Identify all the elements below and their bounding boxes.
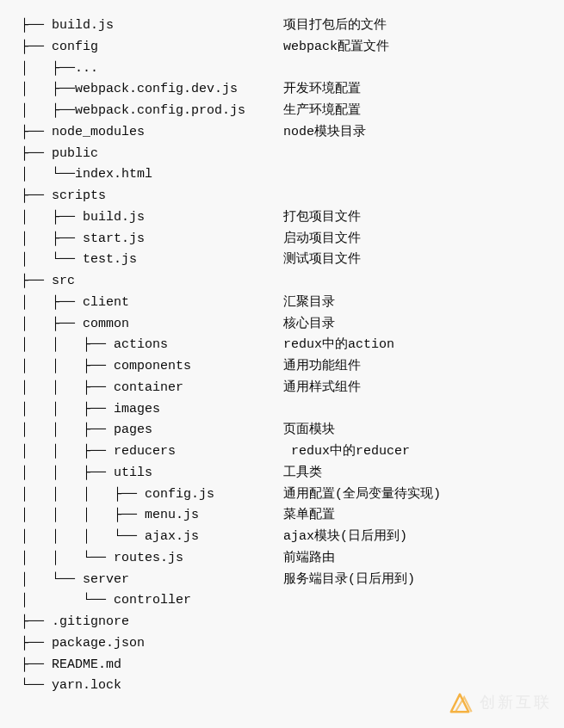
- tree-structure: │ ├──...: [21, 59, 283, 80]
- tree-description: 菜单配置: [283, 505, 335, 527]
- tree-row: │ │ ├── pages页面模块: [21, 420, 564, 441]
- tree-structure: │ │ ├── pages: [21, 420, 283, 441]
- tree-structure: ├── build.js: [21, 15, 283, 37]
- tree-row: │ │ │ ├── menu.js菜单配置: [21, 505, 564, 527]
- tree-structure: │ ├── start.js: [21, 229, 283, 250]
- tree-structure: ├── scripts: [21, 186, 283, 207]
- tree-row: │ │ │ └── ajax.jsajax模块(日后用到): [21, 527, 564, 548]
- tree-row: │ └──index.html: [21, 164, 564, 186]
- tree-structure: │ │ ├── container: [21, 378, 283, 399]
- tree-description: 启动项目文件: [283, 229, 361, 250]
- tree-description: 汇聚目录: [283, 293, 335, 314]
- tree-description: 打包项目文件: [283, 207, 361, 229]
- tree-row: ├── configwebpack配置文件: [21, 37, 564, 59]
- tree-structure: │ │ │ └── ajax.js: [21, 527, 283, 548]
- tree-description: 页面模块: [283, 420, 335, 441]
- tree-structure: │ │ ├── components: [21, 356, 283, 378]
- tree-row: │ │ ├── reducers redux中的reducer: [21, 441, 564, 463]
- tree-row: ├── .gitignore: [21, 612, 564, 633]
- tree-row: │ │ ├── actionsredux中的action: [21, 335, 564, 356]
- tree-row: │ │ │ ├── config.js通用配置(全局变量待实现): [21, 484, 564, 506]
- tree-row: │ │ ├── components通用功能组件: [21, 356, 564, 378]
- tree-structure: │ │ │ ├── config.js: [21, 484, 283, 506]
- tree-row: │ │ ├── container通用样式组件: [21, 378, 564, 399]
- tree-structure: │ └── controller: [21, 590, 283, 612]
- tree-row: │ ├──...: [21, 59, 564, 80]
- tree-description: 通用功能组件: [283, 356, 361, 378]
- tree-row: ├── public: [21, 144, 564, 165]
- watermark-text: 创新互联: [480, 690, 552, 716]
- tree-description: redux中的action: [283, 335, 394, 356]
- tree-description: node模块目录: [283, 122, 366, 144]
- tree-row: │ ├──webpack.config.prod.js生产环境配置: [21, 101, 564, 122]
- tree-row: │ └── test.js测试项目文件: [21, 250, 564, 271]
- tree-structure: ├── config: [21, 37, 283, 59]
- tree-row: │ ├── client汇聚目录: [21, 293, 564, 314]
- tree-structure: │ └── test.js: [21, 250, 283, 271]
- tree-description: 通用配置(全局变量待实现): [283, 484, 441, 506]
- watermark-logo-icon: [445, 688, 474, 718]
- tree-structure: │ │ │ ├── menu.js: [21, 505, 283, 527]
- tree-description: 前端路由: [283, 548, 335, 570]
- tree-description: 服务端目录(日后用到): [283, 570, 415, 591]
- tree-row: ├── node_modulesnode模块目录: [21, 122, 564, 144]
- tree-structure: │ │ ├── images: [21, 399, 283, 421]
- tree-structure: └── yarn.lock: [21, 676, 283, 697]
- tree-description: 核心目录: [283, 314, 335, 336]
- tree-description: redux中的reducer: [283, 441, 410, 463]
- tree-description: webpack配置文件: [283, 37, 389, 59]
- tree-structure: ├── package.json: [21, 633, 283, 655]
- tree-structure: ├── public: [21, 144, 283, 165]
- tree-structure: ├── README.md: [21, 655, 283, 676]
- tree-structure: │ │ ├── actions: [21, 335, 283, 356]
- tree-structure: │ │ ├── reducers: [21, 441, 283, 463]
- tree-row: ├── build.js项目打包后的文件: [21, 15, 564, 37]
- tree-row: │ └── server服务端目录(日后用到): [21, 570, 564, 591]
- tree-row: ├── src: [21, 271, 564, 293]
- watermark: 创新互联: [445, 688, 552, 718]
- tree-structure: │ ├── client: [21, 293, 283, 314]
- tree-row: │ ├──webpack.config.dev.js开发环境配置: [21, 79, 564, 101]
- tree-row: │ │ ├── images: [21, 399, 564, 421]
- tree-description: 开发环境配置: [283, 79, 361, 101]
- tree-description: 通用样式组件: [283, 378, 361, 399]
- tree-description: 项目打包后的文件: [283, 15, 387, 37]
- tree-row: │ ├── build.js打包项目文件: [21, 207, 564, 229]
- tree-structure: │ │ ├── utils: [21, 463, 283, 484]
- tree-structure: │ ├── build.js: [21, 207, 283, 229]
- tree-row: │ ├── common核心目录: [21, 314, 564, 336]
- tree-row: ├── package.json: [21, 633, 564, 655]
- tree-row: ├── scripts: [21, 186, 564, 207]
- tree-row: │ ├── start.js启动项目文件: [21, 229, 564, 250]
- tree-structure: ├── src: [21, 271, 283, 293]
- tree-structure: ├── .gitignore: [21, 612, 283, 633]
- tree-description: ajax模块(日后用到): [283, 527, 407, 548]
- tree-structure: ├── node_modules: [21, 122, 283, 144]
- tree-description: 工具类: [283, 463, 322, 484]
- tree-row: │ │ └── routes.js前端路由: [21, 548, 564, 570]
- tree-structure: │ │ └── routes.js: [21, 548, 283, 570]
- tree-description: 测试项目文件: [283, 250, 361, 271]
- tree-structure: │ ├──webpack.config.dev.js: [21, 79, 283, 101]
- tree-structure: │ ├──webpack.config.prod.js: [21, 101, 283, 122]
- tree-row: │ └── controller: [21, 590, 564, 612]
- tree-description: 生产环境配置: [283, 101, 361, 122]
- tree-row: │ │ ├── utils工具类: [21, 463, 564, 484]
- tree-structure: │ └── server: [21, 570, 283, 591]
- tree-structure: │ └──index.html: [21, 164, 283, 186]
- directory-tree: ├── build.js项目打包后的文件├── configwebpack配置文…: [21, 15, 564, 697]
- tree-structure: │ ├── common: [21, 314, 283, 336]
- tree-row: ├── README.md: [21, 655, 564, 676]
